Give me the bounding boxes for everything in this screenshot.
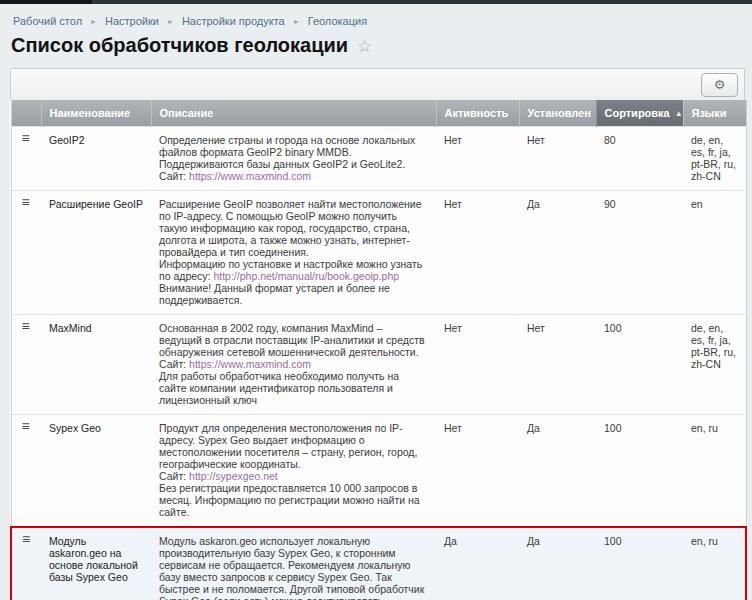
- breadcrumb-arrow-icon: ►: [90, 18, 97, 25]
- grid-toolbar: ⚙: [10, 68, 745, 100]
- grid-settings-button[interactable]: ⚙: [701, 73, 738, 97]
- description-link[interactable]: https://www.maxmind.com: [189, 170, 311, 182]
- grid-panel: ⚙ Наименование Описание Активность Устан…: [10, 68, 745, 600]
- drag-handle-icon[interactable]: ≡: [22, 533, 30, 545]
- table-row: ≡ Расширение GeoIP Расширение GeoIP позв…: [11, 190, 746, 314]
- handler-installed: Да: [519, 527, 596, 600]
- description-line: Внимание! Данный формат устарел и более …: [159, 282, 428, 306]
- description-line: Определение страны и города на основе ло…: [159, 134, 428, 170]
- description-line: Основанная в 2002 году, компания MaxMind…: [159, 322, 428, 358]
- breadcrumb-item-geolocation[interactable]: Геолокация: [308, 15, 367, 27]
- breadcrumb-arrow-icon: ►: [293, 18, 300, 25]
- description-line: Для работы обработчика необходимо получт…: [159, 370, 428, 406]
- description-line: Без регистрации предоставляется 10 000 з…: [159, 482, 428, 518]
- description-line: Расширение GeoIP позволяет найти местопо…: [159, 198, 428, 258]
- column-header-active[interactable]: Активность: [436, 100, 519, 126]
- drag-handle-icon[interactable]: ≡: [22, 132, 30, 144]
- handler-active: Нет: [436, 126, 519, 190]
- column-header-sort[interactable]: Сортировка▲: [596, 100, 683, 126]
- table-body: ≡ GeoIP2 Определение страны и города на …: [11, 126, 746, 600]
- breadcrumb-item-desktop[interactable]: Рабочий стол: [13, 15, 82, 27]
- handler-name: MaxMind: [41, 314, 151, 414]
- column-header-languages[interactable]: Языки: [683, 100, 746, 126]
- description-link[interactable]: http://sypexgeo.net: [189, 470, 278, 482]
- description-line: Сайт: http://sypexgeo.net: [159, 470, 428, 482]
- handler-installed: Нет: [519, 314, 596, 414]
- favorite-star-icon[interactable]: ☆: [357, 37, 372, 56]
- drag-handle-icon[interactable]: ≡: [22, 196, 30, 208]
- handlers-table: Наименование Описание Активность Установ…: [10, 100, 747, 600]
- handler-active: Нет: [436, 314, 519, 414]
- description-line: Модуль askaron.geo использует локальную …: [159, 535, 428, 600]
- handler-description: Модуль askaron.geo использует локальную …: [151, 527, 436, 600]
- table-row: ≡ Модуль askaron.geo на основе локальной…: [11, 527, 746, 600]
- handler-active: Нет: [436, 190, 519, 314]
- column-header-description[interactable]: Описание: [151, 100, 436, 126]
- handler-name: Расширение GeoIP: [41, 190, 151, 314]
- browser-chrome-strip: [0, 0, 752, 4]
- handler-description: Продукт для определения местоположения п…: [151, 414, 436, 527]
- drag-handle-icon[interactable]: ≡: [22, 420, 30, 432]
- description-line: Информацию по установке и настройке можн…: [159, 258, 428, 282]
- breadcrumb: Рабочий стол►Настройки►Настройки продукт…: [0, 4, 752, 27]
- table-header-row: Наименование Описание Активность Установ…: [11, 100, 746, 126]
- handler-sort: 100: [596, 527, 683, 600]
- handler-active: Да: [436, 527, 519, 600]
- gear-icon: ⚙: [714, 77, 726, 92]
- handler-name: GeoIP2: [41, 126, 151, 190]
- browser-chrome-strip-left: [0, 0, 92, 4]
- handler-description: Основанная в 2002 году, компания MaxMind…: [151, 314, 436, 414]
- column-header-installed[interactable]: Установлен: [519, 100, 596, 126]
- column-header-grip: [11, 100, 41, 126]
- description-line: Продукт для определения местоположения п…: [159, 422, 428, 470]
- handler-sort: 80: [596, 126, 683, 190]
- breadcrumb-item-settings[interactable]: Настройки: [105, 15, 159, 27]
- handler-sort: 100: [596, 414, 683, 527]
- handler-languages: de, en, es, fr, ja, pt-BR, ru, zh-CN: [683, 314, 746, 414]
- column-header-name[interactable]: Наименование: [41, 100, 151, 126]
- handler-sort: 90: [596, 190, 683, 314]
- handler-languages: de, en, es, fr, ja, pt-BR, ru, zh-CN: [683, 126, 746, 190]
- drag-handle-icon[interactable]: ≡: [22, 320, 30, 332]
- handler-languages: en, ru: [683, 527, 746, 600]
- breadcrumb-arrow-icon: ►: [167, 18, 174, 25]
- table-row: ≡ MaxMind Основанная в 2002 году, компан…: [11, 314, 746, 414]
- handler-installed: Да: [519, 414, 596, 527]
- breadcrumb-item-product-settings[interactable]: Настройки продукта: [182, 15, 285, 27]
- handler-languages: en, ru: [683, 414, 746, 527]
- handler-installed: Нет: [519, 126, 596, 190]
- handler-name: Модуль askaron.geo на основе локальной б…: [41, 527, 151, 600]
- handler-description: Расширение GeoIP позволяет найти местопо…: [151, 190, 436, 314]
- table-row: ≡ GeoIP2 Определение страны и города на …: [11, 126, 746, 190]
- description-line: Сайт: https://www.maxmind.com: [159, 358, 428, 370]
- handler-languages: en: [683, 190, 746, 314]
- description-line: Сайт: https://www.maxmind.com: [159, 170, 428, 182]
- handler-installed: Да: [519, 190, 596, 314]
- description-link[interactable]: https://www.maxmind.com: [189, 358, 311, 370]
- handler-name: Sypex Geo: [41, 414, 151, 527]
- handler-sort: 100: [596, 314, 683, 414]
- handler-active: Нет: [436, 414, 519, 527]
- handler-description: Определение страны и города на основе ло…: [151, 126, 436, 190]
- page-title: Список обработчиков геолокации: [11, 34, 348, 56]
- sort-asc-icon: ▲: [675, 109, 683, 118]
- table-row: ≡ Sypex Geo Продукт для определения мест…: [11, 414, 746, 527]
- description-link[interactable]: http://php.net/manual/ru/book.geoip.php: [213, 270, 399, 282]
